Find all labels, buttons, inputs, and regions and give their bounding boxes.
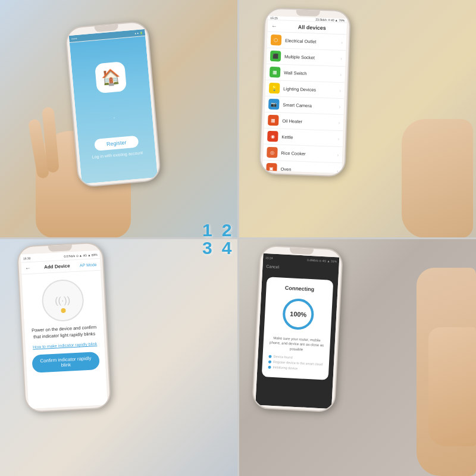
arrow-icon: › xyxy=(337,136,339,141)
arrow-icon: › xyxy=(337,152,339,157)
indicator-dot xyxy=(61,308,65,313)
check-dot xyxy=(268,365,271,368)
s4-time: 15:24 xyxy=(265,256,273,260)
horizontal-divider xyxy=(0,237,476,239)
device-icon: ▦ xyxy=(268,115,279,126)
step-label-3: 3 xyxy=(202,238,212,258)
device-icon: ◎ xyxy=(267,147,278,158)
instruction-text: Power on the device and confirm that ind… xyxy=(24,324,104,341)
cell-step1: icons ▲▲ 🔋 🏠 • Register Log in with exis… xyxy=(0,0,238,238)
device-icon: ⬛ xyxy=(270,51,281,62)
device-name: Multiple Socket xyxy=(284,54,341,61)
percent-label: 100% xyxy=(290,310,307,318)
arrow-icon: › xyxy=(338,120,340,125)
check-dot xyxy=(268,360,271,363)
app-tagline: • xyxy=(114,115,115,119)
s3-back-arrow[interactable]: ← xyxy=(24,265,31,272)
confirm-button[interactable]: Confirm indicator rapidly blink xyxy=(32,352,99,373)
checklist: Device found Register device to the smar… xyxy=(268,354,323,372)
cell-step3: 15:30 0.07kb/s ⊙ ▲ 4G ▲ 69% ← Add Device… xyxy=(0,238,238,476)
arrow-icon: › xyxy=(340,72,342,77)
help-link[interactable]: How to make indicator rapidly blink xyxy=(26,341,105,349)
s2-back-arrow[interactable]: ← xyxy=(271,23,277,29)
device-icon: 💡 xyxy=(269,83,280,94)
device-name: Kettle xyxy=(281,134,338,141)
app-home-icon: 🏠 xyxy=(101,67,121,87)
s4-status-right: 0.49kb/s ⊙ 4G ▲ 31% xyxy=(307,258,337,264)
register-button[interactable]: Register xyxy=(94,135,139,151)
device-icon: ⬡ xyxy=(271,35,282,46)
arrow-icon: › xyxy=(339,104,340,109)
router-note: Make sure your router, mobile phone, and… xyxy=(269,336,324,353)
step-label-2: 2 xyxy=(222,220,232,240)
check-dot xyxy=(268,355,271,358)
device-name: Lighting Devices xyxy=(283,86,340,93)
s3-page-title: Add Device xyxy=(34,262,80,270)
wifi-icon: ((·)) xyxy=(55,295,71,306)
device-icon: 📷 xyxy=(268,99,280,110)
s3-status-right: 0.07kb/s ⊙ ▲ 4G ▲ 69% xyxy=(64,252,98,258)
list-item[interactable]: ▣ Oven › xyxy=(262,161,342,174)
s3-mode-label: AP Mode xyxy=(80,262,97,267)
arrow-icon: › xyxy=(339,88,341,93)
device-icon: ◉ xyxy=(267,131,278,142)
s3-time: 15:30 xyxy=(23,256,31,260)
arrow-icon: › xyxy=(337,168,339,173)
s2-page-title: All devices xyxy=(281,23,343,32)
step-label-4: 4 xyxy=(222,238,232,258)
cell-step4: 15:24 0.49kb/s ⊙ 4G ▲ 31% Cancel Connect… xyxy=(238,238,476,476)
connecting-title: Connecting xyxy=(285,285,315,293)
device-name: Oil Heater xyxy=(282,118,339,125)
device-icon: ▣ xyxy=(266,163,277,173)
device-icon: ▦ xyxy=(270,67,281,78)
cell-step2: 15:25 23.5kb/s ⊙ 40 ▲ 79% ← All devices xyxy=(238,0,476,238)
device-name: Electrical Outlet xyxy=(285,37,342,45)
s2-time: 15:25 xyxy=(270,16,278,20)
device-circle: ((·)) xyxy=(40,278,84,322)
device-name: Oven xyxy=(280,166,337,173)
connecting-card: Connecting 100% Make sure your route xyxy=(262,277,334,380)
device-name: Wall Switch xyxy=(284,70,340,77)
step-label-1: 1 xyxy=(202,220,212,240)
check-text: Initializing device xyxy=(273,365,298,371)
device-name: Rice Cooker xyxy=(281,150,337,157)
progress-circle: 100% xyxy=(280,296,317,333)
arrow-icon: › xyxy=(340,56,342,61)
login-link[interactable]: Log in with existing account xyxy=(92,150,143,158)
device-list: ⬡ Electrical Outlet › ⬛ Multiple Socket … xyxy=(262,32,346,173)
device-name: Smart Camera xyxy=(283,102,339,109)
arrow-icon: › xyxy=(341,40,343,45)
